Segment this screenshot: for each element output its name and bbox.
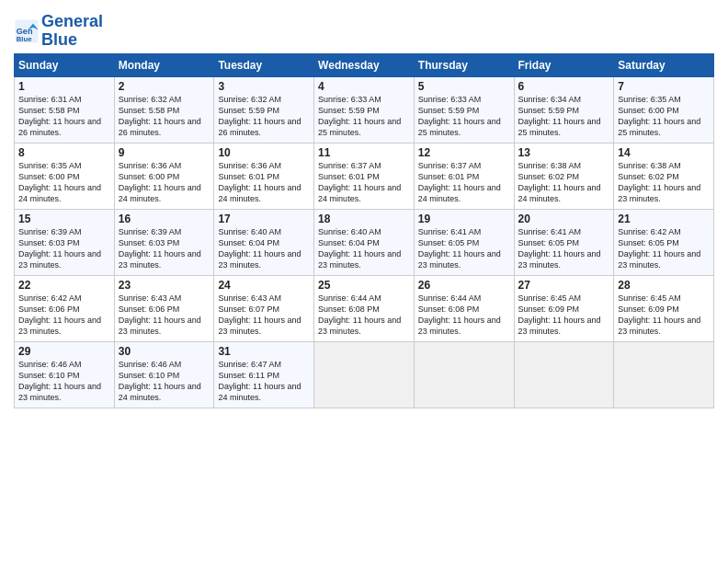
day-info: Sunrise: 6:39 AMSunset: 6:03 PMDaylight:… xyxy=(119,227,201,270)
day-info: Sunrise: 6:44 AMSunset: 6:08 PMDaylight:… xyxy=(418,293,501,336)
day-number: 29 xyxy=(18,345,110,358)
day-cell: 28 Sunrise: 6:45 AMSunset: 6:09 PMDaylig… xyxy=(614,275,714,341)
day-info: Sunrise: 6:33 AMSunset: 5:59 PMDaylight:… xyxy=(418,95,501,137)
day-info: Sunrise: 6:32 AMSunset: 5:59 PMDaylight:… xyxy=(218,95,301,137)
day-number: 28 xyxy=(618,279,710,292)
day-info: Sunrise: 6:37 AMSunset: 6:01 PMDaylight:… xyxy=(318,161,401,203)
day-info: Sunrise: 6:33 AMSunset: 5:59 PMDaylight:… xyxy=(318,95,401,137)
day-number: 13 xyxy=(518,146,610,159)
day-cell: 10 Sunrise: 6:36 AMSunset: 6:01 PMDaylig… xyxy=(214,143,314,209)
day-number: 4 xyxy=(318,80,410,93)
day-info: Sunrise: 6:35 AMSunset: 6:00 PMDaylight:… xyxy=(618,95,700,137)
day-info: Sunrise: 6:36 AMSunset: 6:01 PMDaylight:… xyxy=(218,161,301,203)
day-number: 5 xyxy=(418,80,510,93)
day-info: Sunrise: 6:35 AMSunset: 6:00 PMDaylight:… xyxy=(18,161,101,203)
day-info: Sunrise: 6:42 AMSunset: 6:05 PMDaylight:… xyxy=(618,227,700,270)
col-saturday: Saturday xyxy=(614,53,714,76)
day-number: 26 xyxy=(418,279,510,292)
day-info: Sunrise: 6:42 AMSunset: 6:06 PMDaylight:… xyxy=(18,293,101,336)
empty-cell xyxy=(614,341,714,408)
day-number: 15 xyxy=(18,213,110,225)
day-cell: 18 Sunrise: 6:40 AMSunset: 6:04 PMDaylig… xyxy=(314,209,415,275)
day-number: 3 xyxy=(218,80,310,93)
day-cell: 7 Sunrise: 6:35 AMSunset: 6:00 PMDayligh… xyxy=(614,76,714,143)
day-number: 19 xyxy=(418,213,510,225)
day-number: 9 xyxy=(119,146,210,159)
day-cell: 21 Sunrise: 6:42 AMSunset: 6:05 PMDaylig… xyxy=(614,209,714,275)
calendar-table: Sunday Monday Tuesday Wednesday Thursday… xyxy=(14,53,714,408)
day-cell: 5 Sunrise: 6:33 AMSunset: 5:59 PMDayligh… xyxy=(414,76,514,143)
day-info: Sunrise: 6:40 AMSunset: 6:04 PMDaylight:… xyxy=(218,227,301,270)
day-info: Sunrise: 6:38 AMSunset: 6:02 PMDaylight:… xyxy=(618,161,700,203)
day-number: 18 xyxy=(318,213,410,225)
day-number: 27 xyxy=(518,279,610,292)
day-cell: 22 Sunrise: 6:42 AMSunset: 6:06 PMDaylig… xyxy=(15,275,115,341)
day-cell: 8 Sunrise: 6:35 AMSunset: 6:00 PMDayligh… xyxy=(15,143,115,209)
table-row: 22 Sunrise: 6:42 AMSunset: 6:06 PMDaylig… xyxy=(15,275,714,341)
day-cell: 2 Sunrise: 6:32 AMSunset: 5:58 PMDayligh… xyxy=(114,76,214,143)
day-number: 31 xyxy=(218,345,310,358)
day-number: 22 xyxy=(18,279,110,292)
day-number: 30 xyxy=(119,345,210,358)
day-cell: 4 Sunrise: 6:33 AMSunset: 5:59 PMDayligh… xyxy=(314,76,415,143)
day-info: Sunrise: 6:36 AMSunset: 6:00 PMDaylight:… xyxy=(119,161,201,203)
day-info: Sunrise: 6:47 AMSunset: 6:11 PMDaylight:… xyxy=(218,360,301,402)
day-info: Sunrise: 6:41 AMSunset: 6:05 PMDaylight:… xyxy=(418,227,501,270)
day-info: Sunrise: 6:38 AMSunset: 6:02 PMDaylight:… xyxy=(518,161,601,203)
day-cell: 12 Sunrise: 6:37 AMSunset: 6:01 PMDaylig… xyxy=(414,143,514,209)
day-cell: 14 Sunrise: 6:38 AMSunset: 6:02 PMDaylig… xyxy=(614,143,714,209)
day-number: 24 xyxy=(218,279,310,292)
table-row: 29 Sunrise: 6:46 AMSunset: 6:10 PMDaylig… xyxy=(15,341,714,408)
day-cell: 17 Sunrise: 6:40 AMSunset: 6:04 PMDaylig… xyxy=(214,209,314,275)
day-info: Sunrise: 6:31 AMSunset: 5:58 PMDaylight:… xyxy=(18,95,101,137)
day-info: Sunrise: 6:46 AMSunset: 6:10 PMDaylight:… xyxy=(119,360,201,402)
table-row: 1 Sunrise: 6:31 AMSunset: 5:58 PMDayligh… xyxy=(15,76,714,143)
day-cell: 15 Sunrise: 6:39 AMSunset: 6:03 PMDaylig… xyxy=(15,209,115,275)
col-thursday: Thursday xyxy=(414,53,514,76)
day-number: 23 xyxy=(119,279,210,292)
page-container: Gen Blue General Blue Sunday Monday Tues… xyxy=(0,0,728,418)
day-number: 17 xyxy=(218,213,310,225)
empty-cell xyxy=(414,341,514,408)
day-info: Sunrise: 6:34 AMSunset: 5:59 PMDaylight:… xyxy=(518,95,601,137)
day-cell: 23 Sunrise: 6:43 AMSunset: 6:06 PMDaylig… xyxy=(114,275,214,341)
day-number: 20 xyxy=(518,213,610,225)
day-cell: 31 Sunrise: 6:47 AMSunset: 6:11 PMDaylig… xyxy=(214,341,314,408)
day-info: Sunrise: 6:32 AMSunset: 5:58 PMDaylight:… xyxy=(119,95,201,137)
empty-cell xyxy=(314,341,415,408)
col-wednesday: Wednesday xyxy=(314,53,415,76)
day-info: Sunrise: 6:37 AMSunset: 6:01 PMDaylight:… xyxy=(418,161,501,203)
day-number: 7 xyxy=(618,80,710,93)
table-row: 8 Sunrise: 6:35 AMSunset: 6:00 PMDayligh… xyxy=(15,143,714,209)
day-cell: 6 Sunrise: 6:34 AMSunset: 5:59 PMDayligh… xyxy=(514,76,614,143)
table-row: 15 Sunrise: 6:39 AMSunset: 6:03 PMDaylig… xyxy=(15,209,714,275)
day-cell: 24 Sunrise: 6:43 AMSunset: 6:07 PMDaylig… xyxy=(214,275,314,341)
day-cell: 25 Sunrise: 6:44 AMSunset: 6:08 PMDaylig… xyxy=(314,275,415,341)
col-sunday: Sunday xyxy=(15,53,115,76)
day-cell: 16 Sunrise: 6:39 AMSunset: 6:03 PMDaylig… xyxy=(114,209,214,275)
day-cell: 30 Sunrise: 6:46 AMSunset: 6:10 PMDaylig… xyxy=(114,341,214,408)
day-info: Sunrise: 6:44 AMSunset: 6:08 PMDaylight:… xyxy=(318,293,401,336)
day-cell: 26 Sunrise: 6:44 AMSunset: 6:08 PMDaylig… xyxy=(414,275,514,341)
header: Gen Blue General Blue xyxy=(14,9,714,50)
day-number: 1 xyxy=(18,80,110,93)
empty-cell xyxy=(514,341,614,408)
svg-text:Blue: Blue xyxy=(17,35,32,43)
day-number: 21 xyxy=(618,213,710,225)
day-cell: 13 Sunrise: 6:38 AMSunset: 6:02 PMDaylig… xyxy=(514,143,614,209)
day-cell: 3 Sunrise: 6:32 AMSunset: 5:59 PMDayligh… xyxy=(214,76,314,143)
day-number: 12 xyxy=(418,146,510,159)
logo-icon: Gen Blue xyxy=(14,18,40,44)
day-cell: 19 Sunrise: 6:41 AMSunset: 6:05 PMDaylig… xyxy=(414,209,514,275)
day-info: Sunrise: 6:39 AMSunset: 6:03 PMDaylight:… xyxy=(18,227,101,270)
day-number: 6 xyxy=(518,80,610,93)
col-tuesday: Tuesday xyxy=(214,53,314,76)
day-info: Sunrise: 6:43 AMSunset: 6:06 PMDaylight:… xyxy=(119,293,201,336)
day-info: Sunrise: 6:43 AMSunset: 6:07 PMDaylight:… xyxy=(218,293,301,336)
day-cell: 29 Sunrise: 6:46 AMSunset: 6:10 PMDaylig… xyxy=(15,341,115,408)
day-info: Sunrise: 6:45 AMSunset: 6:09 PMDaylight:… xyxy=(518,293,601,336)
days-of-week-row: Sunday Monday Tuesday Wednesday Thursday… xyxy=(15,53,714,76)
day-number: 25 xyxy=(318,279,410,292)
day-cell: 1 Sunrise: 6:31 AMSunset: 5:58 PMDayligh… xyxy=(15,76,115,143)
col-monday: Monday xyxy=(114,53,214,76)
